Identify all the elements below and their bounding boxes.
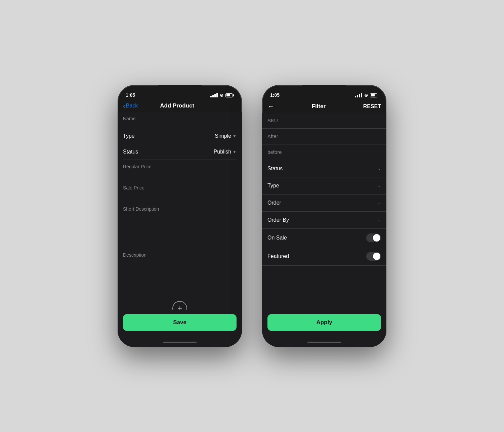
time-2: 1:05 [270,92,280,98]
nav-bar-1: ‹ Back Add Product [118,100,242,112]
filter-type-row[interactable]: Type ⌄ [262,177,386,195]
type-field-row[interactable]: Type Simple ▼ [123,128,237,144]
featured-label: Featured [267,253,289,259]
on-sale-toggle[interactable] [366,233,381,242]
home-bar-2 [307,342,341,343]
status-bar-right-1: ⊜ [210,93,234,98]
on-sale-toggle-knob [373,234,380,242]
before-field[interactable]: before [262,144,386,160]
apply-button-container: Apply [262,310,386,338]
sku-label: SKU [267,118,278,123]
featured-row: Featured [262,247,386,266]
wifi-icon-2: ⊜ [364,93,368,98]
filter-order-label: Order [267,200,281,206]
featured-toggle[interactable] [366,252,381,261]
regular-price-label: Regular Price [123,164,237,169]
home-indicator-1 [118,338,242,347]
phone-filter: 1:05 ⊜ ← Filter RESET [262,85,386,347]
filter-status-arrow: ⌄ [378,166,381,171]
reset-button[interactable]: RESET [363,103,381,110]
status-dropdown-arrow: ▼ [233,149,237,154]
save-button-container: Save [118,310,242,338]
plus-icon: + [177,304,182,310]
filter-order-by-label: Order By [267,217,289,223]
sale-price-field: Sale Price [123,181,237,202]
home-bar-1 [163,342,197,343]
filter-type-label: Type [267,183,279,189]
short-description-field: Short Description [123,202,237,248]
time-1: 1:05 [126,92,135,98]
type-label: Type [123,133,135,139]
page-title-1: Add Product [160,102,194,109]
short-description-input[interactable] [123,214,237,244]
apply-button[interactable]: Apply [267,314,381,331]
on-sale-row: On Sale [262,229,386,247]
sale-price-label: Sale Price [123,185,237,190]
page-title-2: Filter [312,103,326,110]
home-indicator-2 [262,338,386,347]
screen-1: Name Type Simple ▼ Status Publish ▼ [118,112,242,347]
back-button[interactable]: ‹ Back [123,103,138,109]
after-label: After [267,133,278,139]
filter-type-arrow: ⌄ [378,183,381,188]
form-content: Name Type Simple ▼ Status Publish ▼ [118,112,242,310]
description-input[interactable] [123,260,237,290]
filter-order-by-row[interactable]: Order By ⌄ [262,212,386,229]
notch [158,85,202,94]
signal-icon [210,93,218,97]
status-value: Publish [214,149,231,155]
filter-order-row[interactable]: Order ⌄ [262,195,386,212]
sale-price-input[interactable] [123,192,237,198]
chevron-left-icon: ‹ [123,102,125,109]
description-field: Description [123,248,237,294]
status-value-container: Publish ▼ [214,149,237,155]
back-label: Back [126,103,138,109]
nav-bar-2: ← Filter RESET [262,100,386,113]
save-button[interactable]: Save [123,314,237,331]
status-field-row[interactable]: Status Publish ▼ [123,144,237,160]
add-image-button[interactable]: + [172,301,187,310]
name-field: Name [123,112,237,128]
battery-icon [225,93,234,97]
wifi-icon: ⊜ [220,93,223,98]
short-description-label: Short Description [123,206,237,212]
type-value: Simple [215,133,231,139]
type-value-container: Simple ▼ [215,133,237,139]
filter-order-arrow: ⌄ [378,201,381,205]
image-upload-section[interactable]: + Image [123,294,237,310]
status-bar-right-2: ⊜ [355,93,378,98]
name-label: Name [123,116,237,128]
before-label: before [267,149,282,155]
battery-icon-2 [370,93,378,97]
regular-price-field: Regular Price [123,160,237,181]
phone-add-product: 1:05 ⊜ ‹ Back Add Product [118,85,242,347]
description-label: Description [123,252,237,258]
filter-status-label: Status [267,166,283,172]
featured-toggle-knob [373,253,380,260]
notch-2 [302,85,346,94]
back-arrow-button[interactable]: ← [267,102,274,110]
signal-icon-2 [355,93,362,97]
filter-order-by-arrow: ⌄ [378,218,381,222]
status-label: Status [123,149,138,155]
filter-section: SKU After before Status ⌄ Type ⌄ O [262,113,386,310]
on-sale-label: On Sale [267,235,287,241]
filter-status-row[interactable]: Status ⌄ [262,160,386,177]
screen-2: SKU After before Status ⌄ Type ⌄ O [262,113,386,347]
type-dropdown-arrow: ▼ [233,134,237,138]
sku-field[interactable]: SKU [262,113,386,129]
regular-price-input[interactable] [123,171,237,177]
after-field[interactable]: After [262,129,386,144]
